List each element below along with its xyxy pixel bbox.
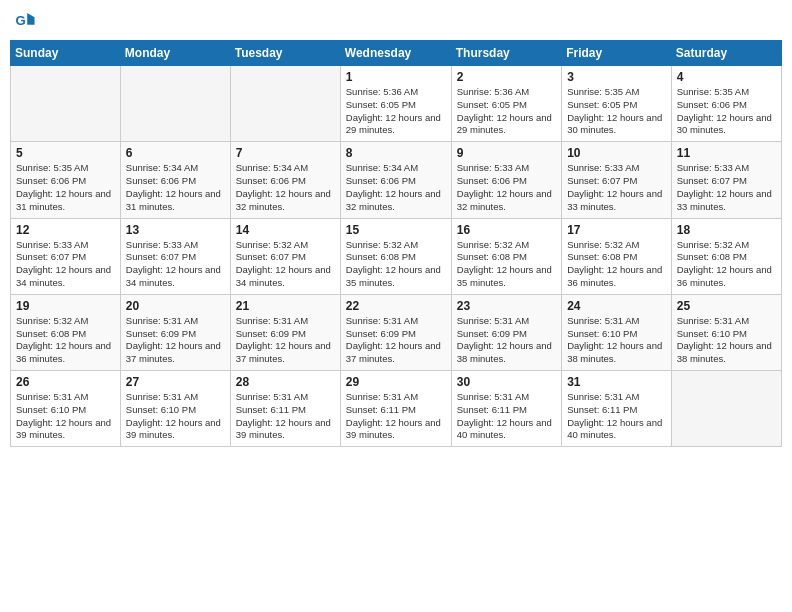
day-number: 6 xyxy=(126,146,225,160)
calendar-cell: 29Sunrise: 5:31 AMSunset: 6:11 PMDayligh… xyxy=(340,371,451,447)
weekday-header-sunday: Sunday xyxy=(11,41,121,66)
day-info: Sunrise: 5:31 AMSunset: 6:09 PMDaylight:… xyxy=(346,315,446,366)
day-info: Sunrise: 5:32 AMSunset: 6:07 PMDaylight:… xyxy=(236,239,335,290)
calendar-cell: 31Sunrise: 5:31 AMSunset: 6:11 PMDayligh… xyxy=(562,371,672,447)
day-info: Sunrise: 5:31 AMSunset: 6:09 PMDaylight:… xyxy=(457,315,556,366)
day-info: Sunrise: 5:35 AMSunset: 6:06 PMDaylight:… xyxy=(677,86,776,137)
day-info: Sunrise: 5:31 AMSunset: 6:10 PMDaylight:… xyxy=(677,315,776,366)
calendar-cell: 22Sunrise: 5:31 AMSunset: 6:09 PMDayligh… xyxy=(340,294,451,370)
day-number: 11 xyxy=(677,146,776,160)
calendar-cell: 12Sunrise: 5:33 AMSunset: 6:07 PMDayligh… xyxy=(11,218,121,294)
day-info: Sunrise: 5:31 AMSunset: 6:11 PMDaylight:… xyxy=(346,391,446,442)
day-number: 8 xyxy=(346,146,446,160)
day-number: 10 xyxy=(567,146,666,160)
calendar-cell: 26Sunrise: 5:31 AMSunset: 6:10 PMDayligh… xyxy=(11,371,121,447)
day-info: Sunrise: 5:33 AMSunset: 6:07 PMDaylight:… xyxy=(677,162,776,213)
weekday-header-wednesday: Wednesday xyxy=(340,41,451,66)
calendar-week-5: 26Sunrise: 5:31 AMSunset: 6:10 PMDayligh… xyxy=(11,371,782,447)
calendar-cell: 13Sunrise: 5:33 AMSunset: 6:07 PMDayligh… xyxy=(120,218,230,294)
day-info: Sunrise: 5:31 AMSunset: 6:11 PMDaylight:… xyxy=(236,391,335,442)
day-number: 14 xyxy=(236,223,335,237)
calendar-cell: 30Sunrise: 5:31 AMSunset: 6:11 PMDayligh… xyxy=(451,371,561,447)
day-number: 2 xyxy=(457,70,556,84)
calendar-cell: 19Sunrise: 5:32 AMSunset: 6:08 PMDayligh… xyxy=(11,294,121,370)
calendar-cell: 20Sunrise: 5:31 AMSunset: 6:09 PMDayligh… xyxy=(120,294,230,370)
day-number: 29 xyxy=(346,375,446,389)
calendar-cell xyxy=(11,66,121,142)
day-info: Sunrise: 5:31 AMSunset: 6:11 PMDaylight:… xyxy=(457,391,556,442)
day-info: Sunrise: 5:33 AMSunset: 6:07 PMDaylight:… xyxy=(567,162,666,213)
day-info: Sunrise: 5:31 AMSunset: 6:09 PMDaylight:… xyxy=(236,315,335,366)
day-info: Sunrise: 5:31 AMSunset: 6:10 PMDaylight:… xyxy=(16,391,115,442)
day-info: Sunrise: 5:35 AMSunset: 6:05 PMDaylight:… xyxy=(567,86,666,137)
logo: G xyxy=(14,10,38,32)
calendar-cell: 23Sunrise: 5:31 AMSunset: 6:09 PMDayligh… xyxy=(451,294,561,370)
calendar-cell xyxy=(671,371,781,447)
calendar-week-1: 1Sunrise: 5:36 AMSunset: 6:05 PMDaylight… xyxy=(11,66,782,142)
day-number: 19 xyxy=(16,299,115,313)
page-header: G xyxy=(10,10,782,32)
calendar-cell: 17Sunrise: 5:32 AMSunset: 6:08 PMDayligh… xyxy=(562,218,672,294)
calendar-cell: 18Sunrise: 5:32 AMSunset: 6:08 PMDayligh… xyxy=(671,218,781,294)
day-number: 9 xyxy=(457,146,556,160)
day-info: Sunrise: 5:34 AMSunset: 6:06 PMDaylight:… xyxy=(346,162,446,213)
weekday-header-friday: Friday xyxy=(562,41,672,66)
day-number: 1 xyxy=(346,70,446,84)
calendar-table: SundayMondayTuesdayWednesdayThursdayFrid… xyxy=(10,40,782,447)
calendar-cell: 25Sunrise: 5:31 AMSunset: 6:10 PMDayligh… xyxy=(671,294,781,370)
day-number: 25 xyxy=(677,299,776,313)
day-number: 22 xyxy=(346,299,446,313)
calendar-cell: 14Sunrise: 5:32 AMSunset: 6:07 PMDayligh… xyxy=(230,218,340,294)
calendar-cell: 28Sunrise: 5:31 AMSunset: 6:11 PMDayligh… xyxy=(230,371,340,447)
day-number: 24 xyxy=(567,299,666,313)
day-info: Sunrise: 5:35 AMSunset: 6:06 PMDaylight:… xyxy=(16,162,115,213)
day-number: 18 xyxy=(677,223,776,237)
day-info: Sunrise: 5:33 AMSunset: 6:06 PMDaylight:… xyxy=(457,162,556,213)
calendar-cell: 3Sunrise: 5:35 AMSunset: 6:05 PMDaylight… xyxy=(562,66,672,142)
weekday-header-tuesday: Tuesday xyxy=(230,41,340,66)
calendar-cell: 8Sunrise: 5:34 AMSunset: 6:06 PMDaylight… xyxy=(340,142,451,218)
day-number: 31 xyxy=(567,375,666,389)
calendar-cell: 7Sunrise: 5:34 AMSunset: 6:06 PMDaylight… xyxy=(230,142,340,218)
calendar-cell: 16Sunrise: 5:32 AMSunset: 6:08 PMDayligh… xyxy=(451,218,561,294)
day-number: 26 xyxy=(16,375,115,389)
calendar-cell: 21Sunrise: 5:31 AMSunset: 6:09 PMDayligh… xyxy=(230,294,340,370)
weekday-header-monday: Monday xyxy=(120,41,230,66)
day-number: 7 xyxy=(236,146,335,160)
calendar-cell: 11Sunrise: 5:33 AMSunset: 6:07 PMDayligh… xyxy=(671,142,781,218)
calendar-cell xyxy=(120,66,230,142)
day-number: 21 xyxy=(236,299,335,313)
calendar-week-3: 12Sunrise: 5:33 AMSunset: 6:07 PMDayligh… xyxy=(11,218,782,294)
day-number: 28 xyxy=(236,375,335,389)
day-number: 16 xyxy=(457,223,556,237)
svg-text:G: G xyxy=(15,13,25,28)
day-number: 5 xyxy=(16,146,115,160)
weekday-header-row: SundayMondayTuesdayWednesdayThursdayFrid… xyxy=(11,41,782,66)
day-info: Sunrise: 5:33 AMSunset: 6:07 PMDaylight:… xyxy=(16,239,115,290)
day-info: Sunrise: 5:34 AMSunset: 6:06 PMDaylight:… xyxy=(126,162,225,213)
calendar-cell: 24Sunrise: 5:31 AMSunset: 6:10 PMDayligh… xyxy=(562,294,672,370)
calendar-week-2: 5Sunrise: 5:35 AMSunset: 6:06 PMDaylight… xyxy=(11,142,782,218)
calendar-cell xyxy=(230,66,340,142)
day-info: Sunrise: 5:32 AMSunset: 6:08 PMDaylight:… xyxy=(567,239,666,290)
calendar-cell: 1Sunrise: 5:36 AMSunset: 6:05 PMDaylight… xyxy=(340,66,451,142)
calendar-cell: 27Sunrise: 5:31 AMSunset: 6:10 PMDayligh… xyxy=(120,371,230,447)
day-info: Sunrise: 5:33 AMSunset: 6:07 PMDaylight:… xyxy=(126,239,225,290)
day-info: Sunrise: 5:32 AMSunset: 6:08 PMDaylight:… xyxy=(677,239,776,290)
day-number: 4 xyxy=(677,70,776,84)
calendar-cell: 6Sunrise: 5:34 AMSunset: 6:06 PMDaylight… xyxy=(120,142,230,218)
day-number: 20 xyxy=(126,299,225,313)
day-number: 17 xyxy=(567,223,666,237)
calendar-cell: 10Sunrise: 5:33 AMSunset: 6:07 PMDayligh… xyxy=(562,142,672,218)
day-number: 23 xyxy=(457,299,556,313)
day-info: Sunrise: 5:36 AMSunset: 6:05 PMDaylight:… xyxy=(457,86,556,137)
weekday-header-saturday: Saturday xyxy=(671,41,781,66)
day-number: 30 xyxy=(457,375,556,389)
day-number: 3 xyxy=(567,70,666,84)
day-info: Sunrise: 5:36 AMSunset: 6:05 PMDaylight:… xyxy=(346,86,446,137)
day-number: 13 xyxy=(126,223,225,237)
day-number: 12 xyxy=(16,223,115,237)
day-info: Sunrise: 5:31 AMSunset: 6:11 PMDaylight:… xyxy=(567,391,666,442)
calendar-cell: 2Sunrise: 5:36 AMSunset: 6:05 PMDaylight… xyxy=(451,66,561,142)
calendar-week-4: 19Sunrise: 5:32 AMSunset: 6:08 PMDayligh… xyxy=(11,294,782,370)
